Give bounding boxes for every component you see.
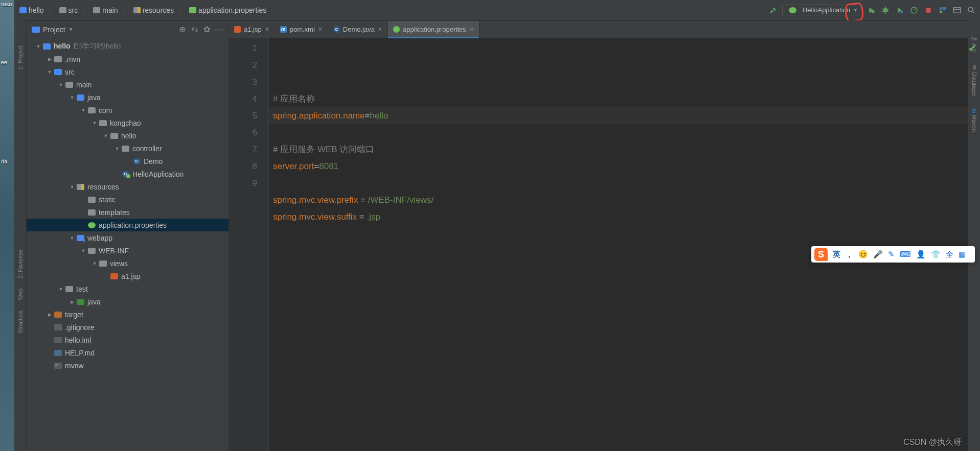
line-number: 6	[229, 124, 257, 141]
tree-node[interactable]: WEB-INF	[27, 244, 229, 257]
full-icon[interactable]: 全	[946, 250, 953, 259]
layout-button[interactable]	[951, 5, 963, 16]
tree-node[interactable]: src	[27, 65, 229, 78]
tree-node[interactable]: .gitignore	[27, 321, 229, 334]
tree-node[interactable]: java	[27, 91, 229, 104]
ime-punct[interactable]: ，	[846, 250, 853, 259]
debug-button[interactable]	[880, 5, 891, 16]
tool-project[interactable]: 1: Project	[17, 41, 24, 75]
tree-node[interactable]: .mvn	[27, 53, 229, 65]
ime-toolbar[interactable]: S 英 ， 😊 🎤 ✎ ⌨ 👤 👕 全 ▦	[811, 246, 975, 263]
tree-arrow-icon[interactable]	[92, 261, 97, 266]
tool-favorites[interactable]: 2: Favorites	[17, 244, 24, 283]
tree-arrow-icon[interactable]	[70, 299, 75, 304]
hide-icon[interactable]: —	[214, 25, 223, 34]
tree-arrow-icon[interactable]	[115, 146, 120, 151]
tree-node[interactable]: main	[27, 78, 229, 91]
tree-node[interactable]: target	[27, 308, 229, 321]
breadcrumb-item[interactable]: src	[57, 5, 80, 15]
tree-arrow-icon[interactable]	[81, 248, 86, 253]
tree-node[interactable]: HELP.md	[27, 346, 229, 359]
run-coverage-button[interactable]	[894, 5, 905, 16]
code-line[interactable]	[273, 175, 980, 192]
mic-icon[interactable]: 🎤	[873, 250, 883, 259]
profile-button[interactable]	[908, 5, 920, 16]
tree-arrow-icon[interactable]	[47, 57, 52, 62]
code-line[interactable]: # 应用名称	[273, 90, 980, 107]
code-line[interactable]: spring.application.name=hello	[273, 107, 980, 124]
tree-node[interactable]: kongchao	[27, 116, 229, 129]
tree-arrow-icon[interactable]	[103, 133, 108, 138]
project-tree[interactable]: helloE:\学习吧\hello.mvnsrcmainjavacomkongc…	[27, 38, 229, 451]
tree-node[interactable]: Demo	[27, 155, 229, 168]
tree-node[interactable]: controller	[27, 142, 229, 155]
tree-arrow-icon[interactable]	[58, 287, 63, 292]
tree-node[interactable]: a1.jsp	[27, 270, 229, 282]
keyboard-icon[interactable]: ⌨	[900, 250, 911, 259]
editor-tab[interactable]: Demo.java✕	[328, 21, 388, 38]
tree-arrow-icon[interactable]	[47, 69, 52, 75]
settings-icon[interactable]: ✿	[202, 25, 211, 34]
run-button[interactable]	[865, 5, 877, 16]
tree-arrow-icon[interactable]	[70, 95, 75, 100]
editor-tab[interactable]: pom.xml✕	[275, 21, 328, 38]
tree-node[interactable]: hello	[27, 129, 229, 142]
breadcrumb-item[interactable]: hello	[17, 5, 46, 15]
user-icon[interactable]: 👤	[916, 250, 926, 259]
grid-icon[interactable]: ▦	[959, 250, 966, 259]
tab-close-icon[interactable]: ✕	[378, 26, 382, 33]
collapse-all-icon[interactable]: ⇆	[190, 25, 199, 34]
tree-node[interactable]: templates	[27, 206, 229, 219]
tree-node[interactable]: helloE:\学习吧\hello	[27, 40, 229, 53]
editor-tab[interactable]: application.properties✕	[388, 21, 480, 38]
tool-structure[interactable]: Structure	[17, 305, 24, 339]
code-line[interactable]: # 应用服务 WEB 访问端口	[273, 141, 980, 158]
tree-label: HELP.md	[65, 349, 95, 357]
tree-node[interactable]: webapp	[27, 231, 229, 244]
breadcrumb-item[interactable]: main	[91, 5, 120, 15]
code-line[interactable]: spring.mvc.view.prefix = /WEB-INF/views/	[273, 192, 980, 208]
tree-node[interactable]: static	[27, 193, 229, 206]
code-area[interactable]: # 应用名称spring.application.name=hello # 应用…	[269, 38, 980, 451]
tool-web[interactable]: Web	[17, 283, 24, 305]
ime-mode[interactable]: 英	[833, 250, 840, 259]
breadcrumb-item[interactable]: application.properties	[187, 5, 268, 15]
pen-icon[interactable]: ✎	[888, 250, 895, 259]
search-everywhere-button[interactable]	[966, 5, 977, 16]
tree-node[interactable]: views	[27, 257, 229, 270]
code-line[interactable]	[273, 124, 980, 141]
tab-close-icon[interactable]: ✕	[318, 26, 323, 33]
tree-node[interactable]: HelloApplication	[27, 168, 229, 180]
tree-node[interactable]: java	[27, 295, 229, 308]
tree-node[interactable]: hello.iml	[27, 334, 229, 346]
tree-node[interactable]: test	[27, 282, 229, 295]
tree-arrow-icon[interactable]	[36, 44, 41, 49]
tree-arrow-icon[interactable]	[47, 312, 52, 317]
tree-arrow-icon[interactable]	[81, 108, 86, 113]
tab-close-icon[interactable]: ✕	[265, 26, 269, 33]
stop-button[interactable]	[923, 5, 934, 16]
shirt-icon[interactable]: 👕	[931, 250, 941, 259]
code-line[interactable]: server.port=8081	[273, 158, 980, 175]
run-config-select[interactable]: HelloApplication ▼	[782, 5, 862, 15]
tree-arrow-icon[interactable]	[92, 121, 97, 126]
tree-node[interactable]: application.properties	[27, 219, 229, 231]
tree-arrow-icon[interactable]	[70, 235, 75, 241]
code-line[interactable]: spring.mvc.view.suffix = .jsp	[273, 208, 980, 225]
breadcrumb-item[interactable]: resources	[131, 5, 176, 15]
tree-arrow-icon[interactable]	[70, 184, 75, 189]
build-hammer-icon[interactable]	[768, 5, 779, 16]
tree-node[interactable]: resources	[27, 180, 229, 193]
editor[interactable]: 123456789 # 应用名称spring.application.name=…	[229, 38, 980, 451]
update-button[interactable]	[937, 5, 948, 16]
tool-ant[interactable]: 🐜Ant	[971, 31, 977, 56]
code-line[interactable]	[273, 225, 980, 242]
tree-arrow-icon[interactable]	[58, 82, 63, 87]
tab-close-icon[interactable]: ✕	[469, 26, 474, 33]
tree-node[interactable]: mvnw	[27, 359, 229, 372]
project-panel-title[interactable]: Project ▼	[43, 26, 174, 34]
tree-node[interactable]: com	[27, 104, 229, 116]
locate-icon[interactable]: ⊕	[177, 25, 187, 34]
editor-tab[interactable]: a1.jsp✕	[229, 21, 275, 38]
emoji-icon[interactable]: 😊	[858, 250, 868, 259]
